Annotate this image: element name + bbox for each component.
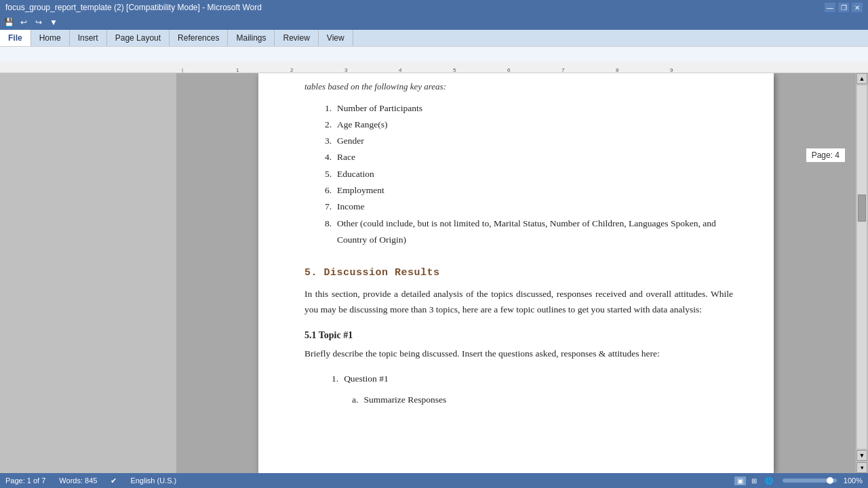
list-item-6-text: Employment (337, 182, 384, 199)
list-item-3: 3. Gender (318, 133, 733, 149)
title-bar-text: focus_group_report_template (2) [Compati… (5, 3, 262, 12)
undo-icon[interactable]: ↩ (18, 16, 30, 28)
document-area: Page: 4 tables based on the following ke… (176, 73, 856, 473)
tab-home[interactable]: Home (31, 30, 70, 46)
title-bar: focus_group_report_template (2) [Compati… (0, 0, 868, 15)
summarize-responses-text: Summarize Responses (363, 392, 446, 408)
list-item-5-text: Education (337, 166, 374, 182)
status-bar: Page: 1 of 7 Words: 845 ✔ English (U.S.)… (0, 473, 868, 488)
list-item-7-text: Income (337, 199, 364, 215)
minimize-button[interactable]: — (825, 3, 835, 12)
restore-button[interactable]: ❐ (838, 3, 849, 12)
list-item-6: 6. Employment (318, 182, 733, 199)
tab-view[interactable]: View (319, 30, 353, 46)
ruler: | 1 2 3 4 5 6 7 8 9 (0, 61, 868, 73)
scroll-track[interactable] (857, 85, 867, 449)
language-label: English (U.S.) (130, 476, 176, 485)
list-item-1-text: Number of Participants (337, 100, 422, 117)
intro-text: tables based on the following key areas: (304, 80, 733, 94)
zoom-slider[interactable] (783, 479, 837, 483)
right-scrollbar: ▲ ▼ ▾ (856, 73, 868, 473)
response-list: a. Summarize Responses (352, 392, 733, 408)
scroll-bottom-button[interactable]: ▾ (856, 462, 867, 473)
list-item-8: 8. Other (could include, but is not limi… (318, 216, 733, 249)
page-indicator: Page: 4 (806, 148, 846, 163)
close-button[interactable]: ✕ (852, 3, 863, 12)
list-item-4: 4. Race (318, 149, 733, 165)
tab-insert[interactable]: Insert (70, 30, 107, 46)
word-count: Words: 845 (59, 476, 97, 485)
zoom-thumb (827, 477, 833, 484)
left-sidebar (0, 73, 176, 473)
view-buttons: ▣ ⊞ 🌐 (734, 476, 776, 485)
quick-access-toolbar: 💾 ↩ ↪ ▼ (0, 15, 868, 30)
title-bar-controls: — ❐ ✕ (825, 3, 863, 12)
key-areas-list: 1. Number of Participants 2. Age Range(s… (318, 100, 733, 249)
zoom-level: 100% (844, 476, 863, 485)
tab-review[interactable]: Review (275, 30, 318, 46)
web-layout-icon[interactable]: 🌐 (762, 476, 776, 485)
ribbon-content (0, 46, 868, 61)
customize-icon[interactable]: ▼ (47, 16, 60, 28)
scroll-down-button[interactable]: ▼ (856, 450, 867, 461)
page-count: Page: 1 of 7 (5, 476, 45, 485)
save-icon[interactable]: 💾 (3, 16, 15, 28)
question-1-item: 1. Question #1 (332, 371, 733, 387)
tab-file[interactable]: File (0, 30, 31, 46)
section-51-body: Briefly describe the topic being discuss… (304, 346, 733, 362)
scroll-thumb[interactable] (858, 195, 866, 222)
full-screen-icon[interactable]: ⊞ (749, 476, 760, 485)
list-item-5: 5. Education (318, 166, 733, 182)
scroll-up-button[interactable]: ▲ (856, 73, 867, 84)
section-5-body: In this section, provide a detailed anal… (304, 287, 733, 318)
section-5-heading: 5. Discussion Results (304, 267, 733, 279)
redo-icon[interactable]: ↪ (33, 16, 45, 28)
question-list: 1. Question #1 (332, 371, 733, 387)
list-item-2-text: Age Range(s) (337, 117, 388, 133)
main-area: Page: 4 tables based on the following ke… (0, 73, 868, 473)
tab-references[interactable]: References (170, 30, 228, 46)
list-item-7: 7. Income (318, 199, 733, 215)
list-item-3-text: Gender (337, 133, 364, 149)
list-item-4-text: Race (337, 149, 355, 165)
status-right: ▣ ⊞ 🌐 100% (734, 476, 863, 485)
summarize-responses-item: a. Summarize Responses (352, 392, 733, 408)
list-item-2: 2. Age Range(s) (318, 117, 733, 133)
print-layout-icon[interactable]: ▣ (734, 476, 746, 485)
tab-mailings[interactable]: Mailings (228, 30, 275, 46)
ribbon-tabs: File Home Insert Page Layout References … (0, 30, 868, 46)
proofing-icon: ✔ (111, 476, 117, 485)
question-1-text: Question #1 (344, 371, 389, 387)
list-item-1: 1. Number of Participants (318, 100, 733, 117)
document-page: tables based on the following key areas:… (258, 73, 774, 473)
tab-page-layout[interactable]: Page Layout (107, 30, 170, 46)
section-51-heading: 5.1 Topic #1 (304, 330, 733, 341)
list-item-8-text: Other (could include, but is not limited… (337, 216, 733, 249)
